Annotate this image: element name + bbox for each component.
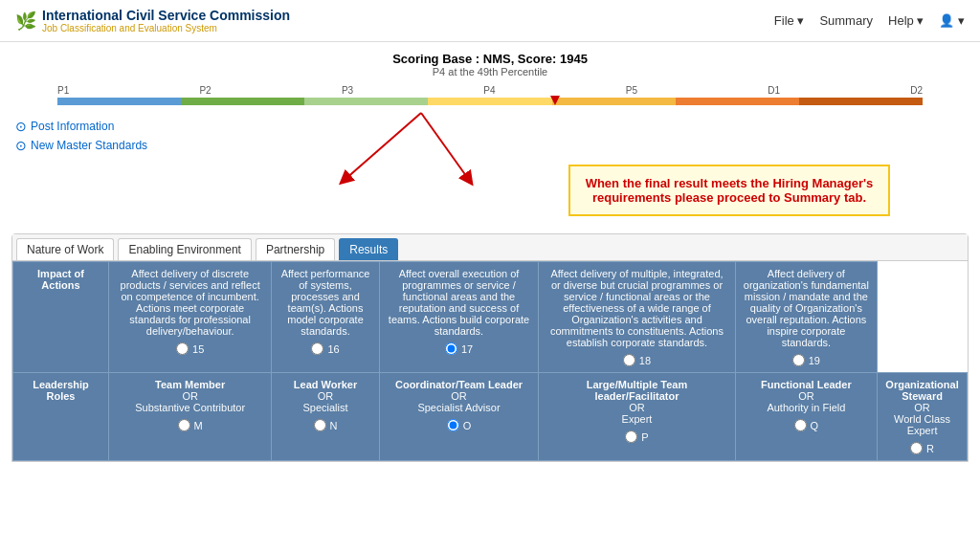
bullet-icon-2: ⊙ (15, 138, 27, 153)
radio-R[interactable] (910, 442, 923, 454)
impact-text-3: Affect overall execution of programmes o… (386, 268, 533, 337)
scoring-subtitle: P4 at the 49th Percentile (0, 66, 980, 77)
radio-15[interactable] (176, 342, 189, 355)
impact-row: Impact of Actions Affect delivery of dis… (13, 262, 968, 373)
radio-N[interactable] (314, 419, 326, 431)
user-menu[interactable]: 👤 ▾ (939, 13, 965, 28)
nav-right: File ▾ Summary Help ▾ 👤 ▾ (774, 13, 965, 28)
leadership-cell-5: Functional Leader OR Authority in Field … (735, 373, 877, 461)
tab-results[interactable]: Results (339, 238, 398, 260)
impact-text-5: Affect delivery of organization's fundam… (742, 268, 871, 348)
bar-p4 (428, 98, 551, 105)
impact-radio-4[interactable]: 18 (545, 354, 728, 366)
leadership-sub-2: Specialist (278, 402, 372, 413)
leadership-radio-5[interactable]: Q (742, 419, 871, 431)
impact-text-1: Affect delivery of discrete products / s… (115, 268, 265, 337)
leadership-sub-5: Authority in Field (742, 402, 871, 413)
leadership-row: Leadership Roles Team Member OR Substant… (13, 373, 968, 461)
bar-p1 (57, 98, 181, 105)
leadership-radio-4[interactable]: P (545, 430, 728, 443)
impact-text-4: Affect delivery of multiple, integrated,… (545, 268, 728, 348)
results-table-area: Impact of Actions Affect delivery of dis… (12, 261, 968, 461)
tab-partnership[interactable]: Partnership (256, 238, 335, 260)
bullet-icon: ⊙ (15, 119, 27, 134)
bar-d1 (676, 98, 799, 105)
leadership-cell-4: Large/Multiple Team leader/Facilitator O… (539, 373, 735, 461)
callout-box: When the final result meets the Hiring M… (568, 165, 891, 216)
scoring-title: Scoring Base : NMS, Score: 1945 (0, 52, 980, 66)
impact-cell-1: Affect delivery of discrete products / s… (109, 262, 272, 373)
leadership-title-4: Large/Multiple Team leader/Facilitator (545, 379, 728, 402)
leadership-title-5: Functional Leader (742, 379, 871, 390)
tab-enabling-environment[interactable]: Enabling Environment (118, 238, 251, 260)
radio-M[interactable] (178, 419, 190, 431)
results-table: Impact of Actions Affect delivery of dis… (12, 261, 968, 461)
logo-area: 🌿 International Civil Service Commission… (15, 8, 290, 33)
leadership-sub-3: Specialist Advisor (386, 402, 533, 413)
post-info-row: ⊙ Post Information (15, 119, 965, 134)
leadership-or-5: OR (742, 390, 871, 402)
leadership-title-3: Coordinator/Team Leader (386, 379, 533, 390)
leadership-cell-3: Coordinator/Team Leader OR Specialist Ad… (379, 373, 539, 461)
help-menu[interactable]: Help ▾ (888, 13, 924, 28)
leadership-cell-1: Team Member OR Substantive Contributor M (109, 373, 272, 461)
scoring-section: Scoring Base : NMS, Score: 1945 P4 at th… (0, 42, 980, 81)
leadership-title-6: Organizational Steward (883, 379, 961, 402)
bar-labels: P1 P2 P3 P4 P5 D1 D2 (57, 85, 923, 98)
leadership-or-4: OR (545, 402, 728, 413)
bar-d2 (799, 98, 923, 105)
master-standards-row: ⊙ New Master Standards (15, 138, 965, 153)
impact-radio-5[interactable]: 19 (742, 354, 871, 366)
leadership-or-6: OR (883, 402, 961, 413)
leadership-radio-2[interactable]: N (278, 419, 372, 431)
impact-cell-2: Affect performance of systems, processes… (272, 262, 379, 373)
leadership-or-2: OR (278, 390, 372, 402)
impact-radio-3[interactable]: 17 (386, 342, 533, 355)
leadership-title-1: Team Member (115, 379, 265, 390)
org-subtitle: Job Classification and Evaluation System (42, 23, 290, 33)
leadership-title-2: Lead Worker (278, 379, 372, 390)
radio-P[interactable] (625, 430, 637, 443)
logo-emblem-icon: 🌿 (15, 11, 36, 32)
leadership-radio-6[interactable]: R (883, 442, 961, 454)
tabs-bar: Nature of Work Enabling Environment Part… (12, 234, 968, 261)
radio-16[interactable] (311, 342, 323, 355)
leadership-cell-2: Lead Worker OR Specialist N (272, 373, 379, 461)
impact-cell-3: Affect overall execution of programmes o… (379, 262, 539, 373)
radio-19[interactable] (792, 354, 805, 366)
summary-link[interactable]: Summary (819, 13, 873, 28)
leadership-radio-1[interactable]: M (115, 419, 265, 431)
leadership-or-3: OR (386, 390, 533, 402)
header: 🌿 International Civil Service Commission… (0, 0, 980, 42)
bar-p3 (304, 98, 428, 105)
score-bar (57, 98, 923, 107)
impact-text-2: Affect performance of systems, processes… (278, 268, 372, 337)
leadership-cell-6: Organizational Steward OR World Class Ex… (878, 373, 968, 461)
impact-cell-5: Affect delivery of organization's fundam… (735, 262, 877, 373)
bar-p2 (181, 98, 304, 105)
tab-nature-of-work[interactable]: Nature of Work (16, 238, 114, 260)
radio-18[interactable] (623, 354, 635, 366)
score-marker (550, 96, 560, 105)
radio-17[interactable] (445, 342, 457, 355)
impact-radio-1[interactable]: 15 (115, 342, 265, 355)
post-info-link[interactable]: Post Information (31, 120, 114, 133)
org-name: International Civil Service Commission (42, 8, 290, 23)
tabs-section: Nature of Work Enabling Environment Part… (11, 233, 969, 462)
radio-Q[interactable] (794, 419, 807, 431)
leadership-sub-4: Expert (545, 413, 728, 425)
bar-p5 (552, 98, 676, 105)
master-standards-link[interactable]: New Master Standards (31, 139, 147, 152)
leadership-header: Leadership Roles (13, 373, 109, 461)
links-section: ⊙ Post Information ⊙ New Master Standard… (0, 115, 980, 161)
impact-header: Impact of Actions (13, 262, 109, 373)
leadership-sub-1: Substantive Contributor (115, 402, 265, 413)
impact-radio-2[interactable]: 16 (278, 342, 372, 355)
leadership-radio-3[interactable]: O (386, 419, 533, 431)
leadership-sub-6: World Class Expert (883, 413, 961, 436)
impact-cell-4: Affect delivery of multiple, integrated,… (539, 262, 735, 373)
progress-area: P1 P2 P3 P4 P5 D1 D2 (0, 81, 980, 115)
leadership-or-1: OR (115, 390, 265, 402)
file-menu[interactable]: File ▾ (774, 13, 805, 28)
radio-O[interactable] (447, 419, 459, 431)
